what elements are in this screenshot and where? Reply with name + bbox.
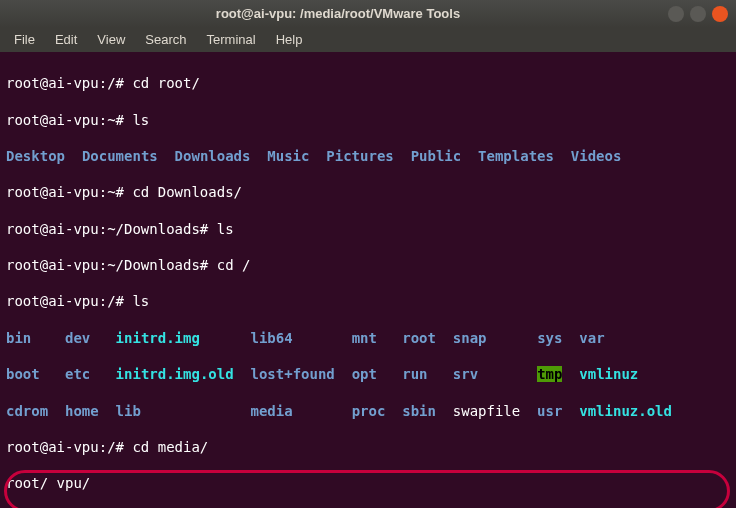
dir-item: Downloads [175,148,251,164]
dir-item: Public [411,148,462,164]
dir-item: opt [352,366,377,382]
close-icon[interactable] [712,6,728,22]
dir-item: snap [453,330,487,346]
dir-item: Documents [82,148,158,164]
dir-item: home [65,403,99,419]
window-controls [668,6,728,22]
prompt: root@ai-vpu:/# [6,293,132,309]
link-item: vmlinuz [579,366,638,382]
dir-item: etc [65,366,90,382]
prompt: root@ai-vpu:~# [6,112,132,128]
dir-item: mnt [352,330,377,346]
sticky-dir: tmp [537,366,562,382]
dir-item: boot [6,366,40,382]
dir-item: proc [352,403,386,419]
command: ls [217,221,234,237]
dir-item: usr [537,403,562,419]
menu-terminal[interactable]: Terminal [199,30,264,51]
dir-item: media [250,403,292,419]
dir-item: Videos [571,148,622,164]
dir-item: var [579,330,604,346]
prompt: root@ai-vpu:/# [6,439,132,455]
menu-search[interactable]: Search [137,30,194,51]
menubar: File Edit View Search Terminal Help [0,28,736,52]
window-title: root@ai-vpu: /media/root/VMware Tools [8,6,668,23]
dir-item: srv [453,366,478,382]
dir-item: Pictures [326,148,393,164]
menu-view[interactable]: View [89,30,133,51]
prompt: root@ai-vpu:~# [6,184,132,200]
prompt: root@ai-vpu:~/Downloads# [6,221,217,237]
dir-item: lost+found [250,366,334,382]
menu-file[interactable]: File [6,30,43,51]
link-item: initrd.img.old [116,366,234,382]
prompt: root@ai-vpu:~/Downloads# [6,257,217,273]
menu-edit[interactable]: Edit [47,30,85,51]
maximize-icon[interactable] [690,6,706,22]
dir-item: lib [116,403,141,419]
dir-item: Music [267,148,309,164]
dir-item: lib64 [250,330,292,346]
dir-item: dev [65,330,90,346]
command: cd root/ [132,75,199,91]
link-item: initrd.img [116,330,200,346]
command: ls [132,293,149,309]
dir-item: bin [6,330,31,346]
link-item: vmlinuz.old [579,403,672,419]
titlebar: root@ai-vpu: /media/root/VMware Tools [0,0,736,28]
command: cd Downloads/ [132,184,242,200]
output: root/ vpu/ [6,475,90,491]
command: cd / [217,257,251,273]
terminal-output[interactable]: root@ai-vpu:/# cd root/ root@ai-vpu:~# l… [0,52,736,508]
minimize-icon[interactable] [668,6,684,22]
dir-item: Desktop [6,148,65,164]
dir-item: run [402,366,427,382]
command: cd media/ [132,439,208,455]
prompt: root@ai-vpu:/# [6,75,132,91]
file-item: swapfile [453,403,520,419]
dir-item: Templates [478,148,554,164]
dir-item: sbin [402,403,436,419]
dir-item: sys [537,330,562,346]
dir-item: root [402,330,436,346]
dir-item: cdrom [6,403,48,419]
command: ls [132,112,149,128]
menu-help[interactable]: Help [268,30,311,51]
